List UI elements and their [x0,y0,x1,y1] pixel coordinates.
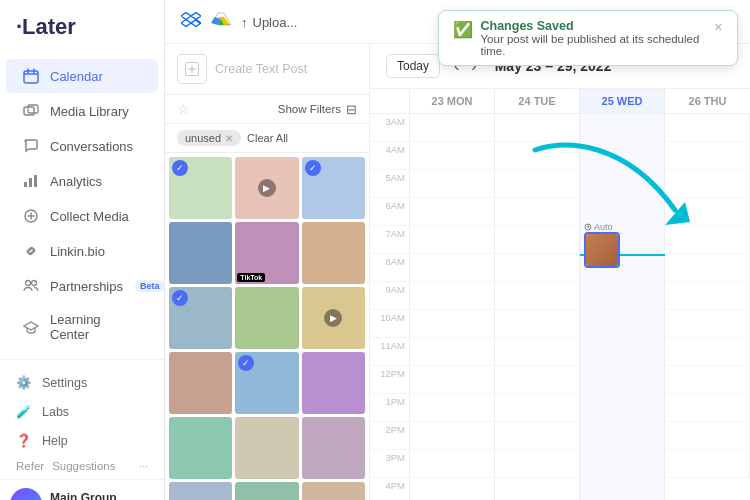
upload-button[interactable]: ↑ Uploa... [241,15,297,30]
sidebar-item-analytics[interactable]: Analytics [6,164,158,198]
calendar-cell[interactable] [665,198,750,226]
sidebar-item-conversations[interactable]: Conversations [6,129,158,163]
today-button[interactable]: Today [386,54,440,78]
sidebar-item-partnerships[interactable]: Partnerships Beta [6,269,158,303]
grid-item[interactable]: ✓ [169,287,232,349]
sidebar-item-learning-center[interactable]: Learning Center [6,304,158,350]
calendar-cell[interactable] [665,338,750,366]
calendar-cell[interactable] [410,450,495,478]
calendar-cell[interactable] [580,114,665,142]
grid-item[interactable]: TikTok [235,222,298,284]
calendar-cell[interactable] [495,198,580,226]
calendar-cell[interactable] [665,394,750,422]
grid-item[interactable] [302,482,365,500]
calendar-cell[interactable] [410,198,495,226]
calendar-cell[interactable] [495,366,580,394]
settings-icon: ⚙️ [16,375,32,390]
calendar-cell[interactable] [580,142,665,170]
calendar-cell[interactable] [580,422,665,450]
calendar-cell[interactable] [665,142,750,170]
grid-item[interactable]: ✓ [235,352,298,414]
calendar-cell[interactable] [495,422,580,450]
grid-item[interactable] [235,287,298,349]
grid-item[interactable] [302,352,365,414]
calendar-cell[interactable] [665,366,750,394]
calendar-cell[interactable] [580,478,665,500]
tag-remove-icon[interactable]: ✕ [225,133,233,144]
calendar-cell[interactable] [580,310,665,338]
show-filters-button[interactable]: Show Filters ⊟ [278,102,357,117]
calendar-cell[interactable] [665,422,750,450]
calendar-cell[interactable] [410,254,495,282]
calendar-cell[interactable] [580,282,665,310]
notification-close[interactable]: × [714,19,722,35]
calendar-cell[interactable] [665,282,750,310]
time-label: 6AM [370,198,409,226]
create-post-placeholder[interactable]: Create Text Post [215,62,307,76]
profile-chevron-icon[interactable]: ⌄ [142,496,154,500]
calendar-cell[interactable] [495,310,580,338]
calendar-cell[interactable] [580,450,665,478]
dropbox-icon[interactable] [181,10,201,35]
grid-item[interactable] [302,417,365,479]
sidebar-item-media-library[interactable]: Media Library [6,94,158,128]
grid-item[interactable] [235,482,298,500]
sidebar-item-labs[interactable]: 🧪 Labs [0,397,164,426]
calendar-cell[interactable] [495,226,580,254]
calendar-cell[interactable] [410,114,495,142]
calendar-cell[interactable] [495,114,580,142]
refer-dots[interactable]: ··· [138,460,148,472]
calendar-cell[interactable] [665,114,750,142]
calendar-cell[interactable] [495,142,580,170]
clear-all-button[interactable]: Clear All [247,132,288,144]
sidebar-item-settings[interactable]: ⚙️ Settings [0,368,164,397]
calendar-cell[interactable] [665,170,750,198]
grid-item[interactable]: ▶ [302,287,365,349]
calendar-cell[interactable] [410,422,495,450]
calendar-cell[interactable] [410,478,495,500]
calendar-cell[interactable] [665,226,750,254]
calendar-cell[interactable] [665,310,750,338]
sidebar-item-collect-media[interactable]: Collect Media [6,199,158,233]
scheduled-post[interactable]: Auto [584,222,620,268]
calendar-cell[interactable] [410,394,495,422]
calendar-cell[interactable] [495,478,580,500]
calendar-cell[interactable] [410,310,495,338]
calendar-cell[interactable] [580,170,665,198]
calendar-cell[interactable] [495,394,580,422]
sidebar-item-help[interactable]: ❓ Help [0,426,164,455]
calendar-cell[interactable] [410,282,495,310]
calendar-cell[interactable] [580,366,665,394]
sidebar-item-linkin-bio[interactable]: Linkin.bio [6,234,158,268]
help-label: Help [42,434,68,448]
sidebar-item-calendar[interactable]: Calendar [6,59,158,93]
calendar-cell[interactable] [495,170,580,198]
gdrive-icon[interactable] [211,11,231,34]
post-thumbnail[interactable] [584,232,620,268]
grid-item[interactable] [169,222,232,284]
grid-item[interactable]: ✓ [302,157,365,219]
calendar-cell[interactable] [665,450,750,478]
calendar-cell[interactable] [410,226,495,254]
star-icon[interactable]: ☆ [177,101,190,117]
calendar-cell[interactable] [410,366,495,394]
calendar-cell[interactable] [495,450,580,478]
calendar-cell[interactable] [495,338,580,366]
profile-bar[interactable]: M Main Group 6 Social Profiles ⌄ [0,479,164,500]
calendar-cell[interactable] [495,282,580,310]
calendar-cell[interactable] [580,338,665,366]
calendar-cell[interactable] [410,170,495,198]
calendar-cell[interactable] [410,142,495,170]
calendar-cell[interactable] [580,394,665,422]
grid-item[interactable] [235,417,298,479]
calendar-cell[interactable] [410,338,495,366]
calendar-cell[interactable] [665,254,750,282]
grid-item[interactable] [169,352,232,414]
grid-item[interactable]: ✓ [169,157,232,219]
grid-item[interactable] [302,222,365,284]
calendar-cell[interactable] [665,478,750,500]
grid-item[interactable] [169,417,232,479]
grid-item[interactable]: ▶ [235,157,298,219]
calendar-cell[interactable] [495,254,580,282]
grid-item[interactable]: ▶ [169,482,232,500]
